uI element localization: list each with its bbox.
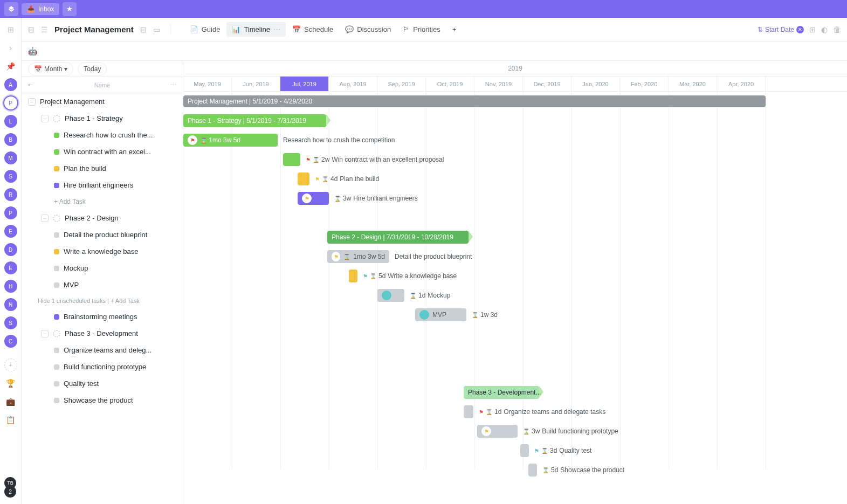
tree-phase2[interactable]: –Phase 2 - Design	[22, 210, 183, 226]
month-2[interactable]: Jul, 2019	[280, 77, 329, 91]
app-logo[interactable]	[4, 2, 18, 16]
grid-icon[interactable]: ⊞	[4, 23, 17, 36]
gantt-bar-10[interactable]: ⚑MVP⌛ 1w 3d	[415, 308, 466, 321]
gantt-bar-7[interactable]: ⚑⌛1mo 3w 5dDetail the product blueprint	[327, 250, 389, 263]
avatar-e[interactable]: E	[4, 225, 17, 238]
briefcase-icon[interactable]: 💼	[4, 395, 17, 408]
month-4[interactable]: Sep, 2019	[377, 77, 426, 91]
favorite-button[interactable]: ★	[63, 2, 77, 16]
tree-phase3-task-0[interactable]: Organize teams and deleg...	[22, 342, 183, 358]
clipboard-icon[interactable]: 📋	[4, 413, 17, 426]
settings-icon[interactable]: ⊞	[809, 25, 816, 34]
avatar-m[interactable]: M	[4, 151, 17, 164]
tab-timeline[interactable]: 📊Timeline⋯	[226, 22, 286, 37]
gantt-bar-15[interactable]: ⚑ ⌛ 1d Organize teams and delegate tasks	[464, 405, 473, 418]
tree-phase3-task-1[interactable]: Build functioning prototype	[22, 358, 183, 375]
avatar-h[interactable]: H	[4, 280, 17, 293]
hierarchy-icon[interactable]: ⊟	[140, 25, 147, 34]
avatar-e[interactable]: E	[4, 261, 17, 274]
avatar-d[interactable]: D	[4, 243, 17, 256]
tab-discussion[interactable]: 💬Discussion	[340, 22, 396, 37]
column-options-icon[interactable]: ⋯	[170, 81, 176, 88]
month-0[interactable]: May, 2019	[183, 77, 232, 91]
add-view-button[interactable]: +	[447, 22, 462, 37]
avatar-l[interactable]: L	[4, 115, 17, 128]
month-11[interactable]: Apr, 2020	[717, 77, 766, 91]
tree-phase1-task-1[interactable]: Win contract with an excel...	[22, 143, 183, 160]
gantt-bar-14[interactable]: Phase 3 - Development...	[464, 386, 539, 399]
month-10[interactable]: Mar, 2020	[669, 77, 717, 91]
gantt-bar-16[interactable]: ⚑⌛ 3w Build functioning prototype	[477, 425, 518, 438]
gantt-bar-0[interactable]: Phase 1 - Strategy | 5/1/2019 - 7/31/201…	[183, 114, 326, 127]
avatar-p[interactable]: P	[4, 96, 17, 109]
forward-icon[interactable]: ›	[4, 42, 17, 54]
gantt-bar-8[interactable]: ⚑ ⌛ 5d Write a knowledge base	[349, 270, 357, 282]
tab-priorities[interactable]: 🏳Priorities	[397, 22, 446, 37]
tree-root[interactable]: –Project Management	[22, 93, 183, 110]
tab-schedule[interactable]: 📅Schedule	[287, 22, 339, 37]
month-6[interactable]: Nov, 2019	[474, 77, 523, 91]
inbox-button[interactable]: 📥 Inbox	[22, 3, 59, 15]
avatar-s[interactable]: S	[4, 170, 17, 183]
month-1[interactable]: Jun, 2019	[232, 77, 280, 91]
avatar-a[interactable]: A	[4, 78, 17, 91]
trophy-icon[interactable]: 🏆	[4, 377, 17, 390]
palette-icon[interactable]: ◐	[821, 25, 828, 34]
month-8[interactable]: Jan, 2020	[571, 77, 620, 91]
notification-badges[interactable]: TB 2	[4, 477, 16, 498]
gantt-bar-18[interactable]: ⌛ 5d Showcase the product	[528, 464, 537, 477]
tab-options-icon[interactable]: ⋯	[273, 25, 280, 33]
tree-phase3-task-2[interactable]: Quality test	[22, 375, 183, 392]
month-7[interactable]: Dec, 2019	[523, 77, 571, 91]
gantt-chart[interactable]: 2019 May, 2019Jun, 2019Jul, 2019Aug, 201…	[183, 61, 847, 504]
flag-circle-icon: ⚑	[188, 135, 197, 145]
avatar-s[interactable]: S	[4, 316, 17, 329]
month-3[interactable]: Aug, 2019	[329, 77, 377, 91]
gantt-bar-1[interactable]: ⚑⌛ 1mo 3w 5dResearch how to crush the co…	[183, 134, 278, 147]
book-icon[interactable]: ▭	[153, 25, 160, 34]
tree-phase1[interactable]: –Phase 1 - Strategy	[22, 110, 183, 127]
avatar-b[interactable]: B	[4, 133, 17, 146]
tab-guide[interactable]: 📄Guide	[184, 22, 226, 37]
gantt-bar-4[interactable]: ⚑⌛ 3w Hire brilliant engineers	[298, 192, 329, 205]
gantt-bar-17[interactable]: ⚑ ⌛ 3d Quality test	[520, 444, 529, 457]
add-member-button[interactable]: +	[4, 358, 17, 371]
month-5[interactable]: Oct, 2019	[426, 77, 474, 91]
sort-control[interactable]: ⇅ Start Date ✕	[758, 26, 804, 33]
inbox-icon: 📥	[27, 5, 35, 13]
menu-icon[interactable]: ⊟	[28, 25, 35, 34]
flag-circle-icon: ⚑	[481, 426, 491, 436]
pin-icon[interactable]: 📌	[4, 60, 17, 73]
clear-sort-icon[interactable]: ✕	[796, 26, 804, 33]
flag-icon: ⚑	[306, 157, 311, 163]
tree-phase3[interactable]: –Phase 3 - Development	[22, 325, 183, 342]
avatar-c[interactable]: C	[4, 335, 17, 348]
avatar-n[interactable]: N	[4, 298, 17, 311]
tree-phase2-extra[interactable]: Brainstorming meetings	[22, 308, 183, 325]
avatar-r[interactable]: R	[4, 188, 17, 201]
list-icon[interactable]: ☰	[41, 25, 48, 34]
tree-phase1-task-3[interactable]: Hire brilliant engineers	[22, 177, 183, 194]
tree-phase2-task-2[interactable]: Mockup	[22, 260, 183, 277]
gantt-bar-6[interactable]: Phase 2 - Design | 7/31/2019 - 10/28/201…	[327, 231, 469, 244]
trash-icon[interactable]: 🗑	[833, 25, 841, 34]
tree-phase2-task-0[interactable]: Detail the product blueprint	[22, 226, 183, 243]
gantt-bar-3[interactable]: ⚑ ⌛ 4d Plan the build	[298, 172, 309, 185]
hide-unscheduled-phase2[interactable]: Hide 1 unscheduled tasks | + Add Task	[22, 293, 183, 308]
tree-phase2-task-1[interactable]: Write a knowledge base	[22, 243, 183, 260]
tree-phase2-task-3[interactable]: MVP	[22, 277, 183, 293]
task-list-panel: 📅Month▾ Today ⇤ Name ⋯ –Project Manageme…	[22, 61, 183, 504]
today-button[interactable]: Today	[78, 63, 107, 75]
robot-icon[interactable]: 🤖	[28, 47, 37, 56]
gantt-bar-2[interactable]: ⚑ ⌛ 2w Win contract with an excellent pr…	[283, 153, 300, 166]
tree-phase1-task-0[interactable]: Research how to crush the...	[22, 127, 183, 143]
add-task-phase1[interactable]: + Add Task	[22, 194, 183, 210]
tree-phase1-task-2[interactable]: Plan the build	[22, 160, 183, 177]
summary-bar[interactable]: Project Management | 5/1/2019 - 4/29/202…	[183, 95, 766, 107]
scale-selector[interactable]: 📅Month▾	[28, 63, 73, 75]
avatar-p[interactable]: P	[4, 206, 17, 219]
month-9[interactable]: Feb, 2020	[620, 77, 669, 91]
gantt-bar-9[interactable]: ⚑⌛ 1d Mockup	[377, 289, 404, 302]
collapse-icon[interactable]: ⇤	[28, 81, 33, 88]
tree-phase3-task-3[interactable]: Showcase the product	[22, 392, 183, 409]
